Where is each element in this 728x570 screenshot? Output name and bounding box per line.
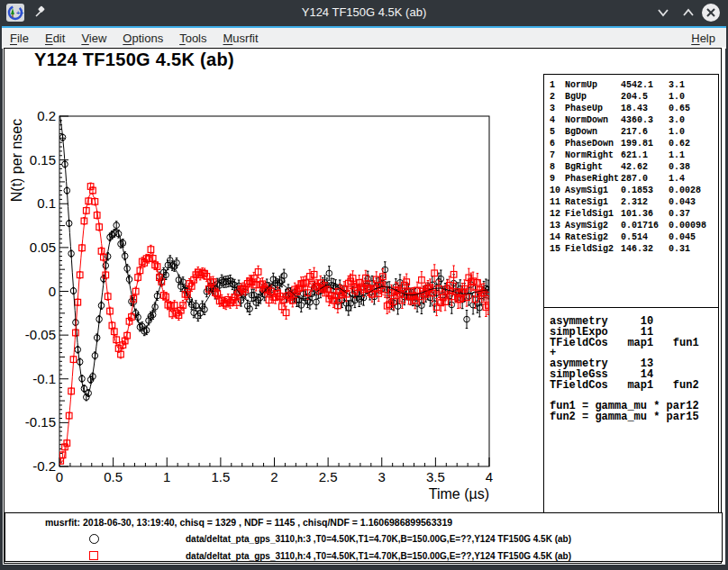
black-circle-marker-icon bbox=[89, 534, 99, 544]
menu-view[interactable]: View bbox=[73, 30, 114, 47]
param-row: 6PhaseDown199.810.62 bbox=[550, 138, 718, 149]
title-bar[interactable]: ++ Y124 TF150G 4.5K (ab) bbox=[0, 0, 728, 26]
fit-stats-line: musrfit: 2018-06-30, 13:19:40, chisq = 1… bbox=[45, 517, 452, 528]
y-tick-label: -0.2 bbox=[32, 458, 56, 474]
fit-curve bbox=[59, 194, 489, 462]
legend-label: data/deltat_pta_gps_3110,h:3 ,T0=4.50K,T… bbox=[186, 534, 571, 544]
y-tick-label: -0.1 bbox=[32, 371, 56, 386]
x-tick-label: 3.5 bbox=[426, 469, 445, 484]
x-tick-label: 4 bbox=[486, 469, 493, 484]
y-tick-label: 0 bbox=[49, 284, 56, 299]
y-axis-title: N(t) per nsec bbox=[9, 119, 24, 202]
menu-edit[interactable]: Edit bbox=[37, 30, 73, 47]
param-row: 3PhaseUp18.430.65 bbox=[550, 103, 718, 114]
param-row: 14RateSig20.5140.045 bbox=[550, 231, 718, 243]
x-tick-label: 1.5 bbox=[211, 469, 230, 484]
param-row: 5BgDown217.61.0 bbox=[550, 126, 718, 138]
theory-pane: asymmetry 10 simplExpo 11 TFieldCos map1… bbox=[543, 307, 719, 514]
x-axis-title: Time (µs) bbox=[429, 486, 489, 502]
menu-bar: File Edit View Options Tools Musrfit Hel… bbox=[2, 26, 726, 49]
y-tick-label: 0.2 bbox=[37, 108, 56, 123]
root-canvas[interactable]: Y124 TF150G 4.5K (ab) 00.511.522.533.54-… bbox=[3, 47, 725, 565]
param-row: 15FieldSig2146.320.31 bbox=[550, 243, 718, 255]
window-title: Y124 TF150G 4.5K (ab) bbox=[0, 5, 728, 19]
red-square-marker-icon bbox=[89, 551, 98, 560]
param-row: 8BgRight42.620.38 bbox=[550, 161, 718, 173]
param-row: 13AsymSig20.017160.00098 bbox=[550, 220, 718, 231]
y-tick-label: 0.15 bbox=[30, 152, 56, 167]
menu-musrfit[interactable]: Musrfit bbox=[215, 30, 267, 47]
menu-help[interactable]: Help bbox=[683, 30, 726, 47]
x-tick-label: 3 bbox=[378, 469, 386, 484]
maximize-icon[interactable] bbox=[678, 3, 699, 23]
y-tick-label: -0.15 bbox=[25, 414, 56, 430]
param-row: 7NormRight621.11.1 bbox=[550, 149, 718, 161]
legend-pane: musrfit: 2018-06-30, 13:19:40, chisq = 1… bbox=[5, 512, 723, 562]
x-tick-label: 0.5 bbox=[104, 469, 123, 484]
close-icon[interactable] bbox=[700, 3, 722, 23]
data-series-group bbox=[58, 109, 491, 464]
param-row: 9PhaseRight287.01.4 bbox=[550, 173, 718, 185]
theory-text: asymmetry 10 simplExpo 11 TFieldCos map1… bbox=[544, 308, 718, 423]
menu-file[interactable]: File bbox=[2, 30, 37, 47]
x-tick-label: 2 bbox=[270, 469, 278, 484]
legend-label: data/deltat_pta_gps_3110,h:4 ,T0=4.50K,T… bbox=[186, 551, 571, 561]
param-row: 12FieldSig1101.360.37 bbox=[550, 208, 718, 220]
y-tick-label: 0.1 bbox=[37, 195, 56, 211]
x-tick-label: 1 bbox=[163, 469, 170, 484]
menu-options[interactable]: Options bbox=[114, 30, 171, 47]
param-row: 11RateSig12.3120.043 bbox=[550, 196, 718, 208]
menu-tools[interactable]: Tools bbox=[171, 30, 214, 47]
musrfit-window: { "window": { "title": "Y124 TF150G 4.5K… bbox=[0, 0, 728, 570]
param-row: 2BgUp204.51.0 bbox=[550, 91, 718, 103]
series-square bbox=[58, 183, 491, 464]
x-tick-label: 2.5 bbox=[319, 469, 338, 484]
param-row: 10AsymSig10.18530.0028 bbox=[550, 185, 718, 196]
x-tick-label: 0 bbox=[56, 469, 63, 484]
param-row: 4NormDown4360.33.0 bbox=[550, 114, 718, 126]
legend-row: data/deltat_pta_gps_3110,h:4 ,T0=4.50K,T… bbox=[5, 550, 722, 563]
y-tick-label: 0.05 bbox=[30, 240, 56, 255]
minimize-icon[interactable] bbox=[652, 3, 674, 23]
legend-row: data/deltat_pta_gps_3110,h:3 ,T0=4.50K,T… bbox=[5, 533, 722, 546]
param-row: 1NormUp4542.13.1 bbox=[550, 79, 718, 91]
fit-parameters-pane: 1NormUp4542.13.12BgUp204.51.03PhaseUp18.… bbox=[543, 74, 719, 309]
y-tick-label: -0.05 bbox=[25, 327, 56, 342]
